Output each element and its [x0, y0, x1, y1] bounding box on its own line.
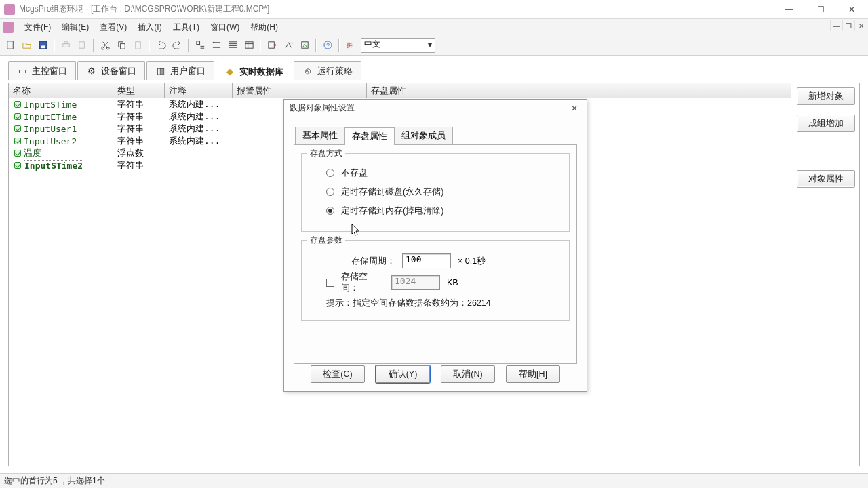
- menu-app-icon: [3, 22, 14, 33]
- help-icon[interactable]: ?: [320, 38, 335, 53]
- svg-rect-2: [41, 45, 45, 48]
- row-icon: [13, 112, 22, 121]
- tab-rtdb[interactable]: ◆实时数据库: [216, 62, 292, 81]
- status-bar: 选中的首行为5 ，共选择1个: [0, 473, 868, 488]
- cancel-button[interactable]: 取消(N): [441, 365, 495, 383]
- cell-name: InputETime: [24, 112, 77, 122]
- print-preview-icon[interactable]: [75, 38, 90, 53]
- title-bar: McgsPro组态环境 - [工作台 : D:\MCGSPRO\WORK\新建工…: [0, 0, 868, 19]
- tab-main-window[interactable]: ▭主控窗口: [8, 61, 76, 80]
- tool-b-icon[interactable]: [209, 38, 224, 53]
- svg-text:?: ?: [326, 42, 330, 49]
- svg-rect-10: [135, 42, 140, 49]
- tool-g-icon[interactable]: [297, 38, 312, 53]
- svg-rect-4: [64, 42, 68, 44]
- tool-e-icon[interactable]: [264, 38, 279, 53]
- help-button[interactable]: 帮助[H]: [506, 365, 560, 383]
- radio-save-memory[interactable]: 定时存储到内存(掉电清除): [313, 201, 558, 220]
- side-buttons: 新增对象 成组增加 对象属性: [797, 87, 855, 188]
- hint-count: 26214: [467, 298, 491, 308]
- save-mode-legend: 存盘方式: [307, 148, 345, 159]
- new-object-button[interactable]: 新增对象: [797, 87, 855, 105]
- col-save[interactable]: 存盘属性: [367, 83, 791, 98]
- dialog-close-icon[interactable]: ✕: [568, 102, 581, 115]
- lang-toggle-icon[interactable]: 拼: [343, 38, 358, 53]
- close-button[interactable]: ✕: [842, 3, 861, 16]
- menu-tool[interactable]: 工具(T): [167, 20, 205, 35]
- period-row: 存储周期： 100 × 0.1秒: [313, 250, 558, 272]
- mdi-restore-icon[interactable]: ❐: [842, 20, 854, 31]
- paste-icon[interactable]: [130, 38, 145, 53]
- radio-label: 定时存储到内存(掉电清除): [341, 205, 443, 217]
- tab-label: 用户窗口: [170, 65, 205, 77]
- svg-rect-13: [245, 42, 252, 48]
- mdi-close-icon[interactable]: ✕: [854, 20, 867, 31]
- workspace-tabs: ▭主控窗口 ⚙设备窗口 ▥用户窗口 ◆实时数据库 ⎋运行策略: [8, 60, 864, 80]
- space-label: 存储空间：: [341, 271, 384, 294]
- minimize-button[interactable]: —: [780, 3, 799, 16]
- period-input[interactable]: 100: [402, 253, 451, 268]
- tab-strategy[interactable]: ⎋运行策略: [294, 61, 361, 80]
- cut-icon[interactable]: [98, 38, 113, 53]
- col-alarm[interactable]: 报警属性: [233, 83, 367, 98]
- dialog-tabs: 基本属性 存盘属性 组对象成员: [295, 124, 577, 144]
- open-file-icon[interactable]: [19, 38, 34, 53]
- tool-c-icon[interactable]: [225, 38, 240, 53]
- radio-icon: [326, 207, 334, 215]
- language-value: 中文: [364, 39, 380, 49]
- check-button[interactable]: 检查(C): [311, 365, 365, 383]
- row-icon: [13, 124, 22, 134]
- property-dialog: 数据对象属性设置 ✕ 基本属性 存盘属性 组对象成员 存盘方式 不存盘 定时存储…: [283, 99, 587, 392]
- menu-window[interactable]: 窗口(W): [205, 20, 245, 35]
- svg-rect-15: [301, 42, 307, 48]
- tool-d-icon[interactable]: [241, 38, 256, 53]
- copy-icon[interactable]: [114, 38, 129, 53]
- space-checkbox[interactable]: [326, 279, 334, 287]
- cell-name: InputUser2: [24, 136, 77, 146]
- cell-name: InputSTime: [24, 100, 77, 110]
- menu-bar: 文件(F) 编辑(E) 查看(V) 插入(I) 工具(T) 窗口(W) 帮助(H…: [0, 19, 868, 35]
- svg-rect-14: [268, 42, 273, 48]
- language-select[interactable]: 中文: [361, 38, 435, 53]
- menu-help[interactable]: 帮助(H): [245, 20, 283, 35]
- row-icon: [13, 100, 22, 109]
- col-comment[interactable]: 注释: [165, 83, 233, 98]
- dlg-tab-save[interactable]: 存盘属性: [344, 127, 395, 145]
- redo-icon[interactable]: [170, 38, 184, 53]
- tab-label: 运行策略: [317, 65, 353, 77]
- menu-view[interactable]: 查看(V): [94, 20, 132, 35]
- tab-user-window[interactable]: ▥用户窗口: [146, 61, 214, 80]
- col-name[interactable]: 名称: [9, 83, 113, 98]
- save-mode-group: 存盘方式 不存盘 定时存储到磁盘(永久存储) 定时存储到内存(掉电清除): [301, 153, 570, 232]
- tab-device-window[interactable]: ⚙设备窗口: [77, 61, 145, 80]
- radio-save-disk[interactable]: 定时存储到磁盘(永久存储): [313, 182, 558, 201]
- dialog-titlebar[interactable]: 数据对象属性设置 ✕: [284, 100, 587, 117]
- dialog-panel: 存盘方式 不存盘 定时存储到磁盘(永久存储) 定时存储到内存(掉电清除) 存盘参…: [294, 144, 577, 364]
- cell-type: 浮点数: [113, 147, 165, 159]
- menu-edit[interactable]: 编辑(E): [56, 20, 94, 35]
- tool-f-icon[interactable]: [281, 38, 296, 53]
- cell-type: 字符串: [113, 159, 165, 171]
- menu-file[interactable]: 文件(F): [19, 20, 56, 35]
- save-icon[interactable]: [35, 38, 50, 53]
- radio-icon: [326, 188, 334, 196]
- dlg-tab-basic[interactable]: 基本属性: [295, 127, 345, 144]
- print-icon[interactable]: [58, 38, 73, 53]
- object-prop-button[interactable]: 对象属性: [797, 170, 855, 188]
- row-icon: [13, 148, 22, 158]
- mdi-minimize-icon[interactable]: —: [830, 20, 842, 31]
- group-add-button[interactable]: 成组增加: [797, 115, 855, 132]
- dlg-tab-group[interactable]: 组对象成员: [394, 127, 453, 144]
- period-unit: × 0.1秒: [458, 256, 486, 267]
- col-type[interactable]: 类型: [113, 83, 165, 98]
- menu-insert[interactable]: 插入(I): [132, 20, 167, 35]
- undo-icon[interactable]: [153, 38, 168, 53]
- tab-label: 设备窗口: [101, 65, 136, 77]
- cell-type: 字符串: [113, 110, 165, 123]
- maximize-button[interactable]: ☐: [811, 3, 830, 16]
- radio-no-save[interactable]: 不存盘: [313, 163, 558, 182]
- tab-label: 实时数据库: [239, 66, 283, 78]
- ok-button[interactable]: 确认(Y): [376, 365, 430, 383]
- tool-a-icon[interactable]: [193, 38, 208, 53]
- new-file-icon[interactable]: [3, 38, 18, 53]
